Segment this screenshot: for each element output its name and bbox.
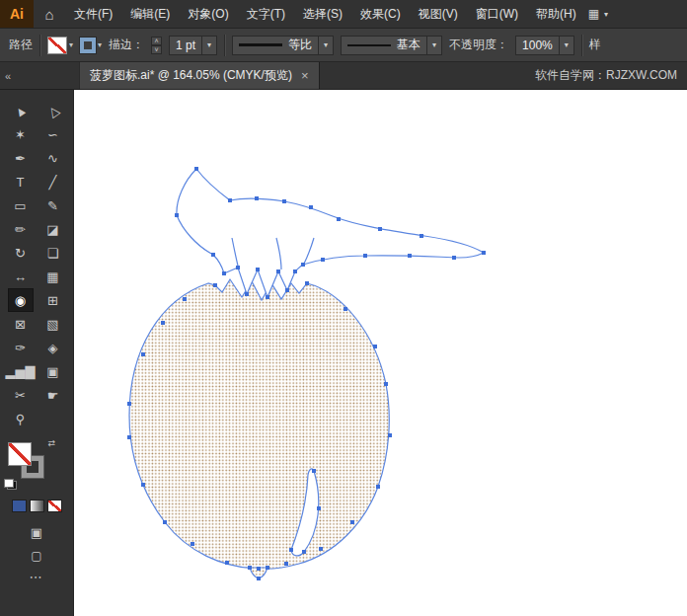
stroke-weight-stepper[interactable]: ˄ ˅ (151, 37, 162, 54)
width-profile-value[interactable]: 等比 (282, 37, 318, 53)
style-label-partial: 样 (589, 37, 601, 53)
free-transform-tool[interactable]: ▦ (40, 265, 66, 288)
menu-item-5[interactable]: 选择(S) (294, 0, 351, 28)
hand-tool[interactable]: ☛ (40, 383, 66, 407)
eraser-tool[interactable]: ◪ (40, 217, 66, 241)
brush-preview (347, 44, 391, 46)
chevron-down-icon[interactable]: ▾ (426, 37, 441, 54)
menu-bar: Ai ⌂ 文件(F)编辑(E)对象(O)文字(T)选择(S)效果(C)视图(V)… (0, 0, 687, 29)
mesh-tool[interactable]: ⊠ (8, 312, 34, 336)
zoom-tool-icon: ⚲ (16, 412, 26, 426)
opacity-value[interactable]: 100% (516, 38, 559, 52)
selection-tool-icon: ▲ (11, 101, 30, 120)
stepper-up-icon[interactable]: ˄ (151, 37, 162, 45)
menu-item-6[interactable]: 效果(C) (351, 0, 410, 28)
fill-none-swatch[interactable] (47, 37, 67, 54)
curvature-tool[interactable]: ∿ (40, 146, 66, 170)
paintbrush-tool[interactable]: ✎ (40, 193, 66, 217)
artwork[interactable] (74, 90, 686, 616)
lasso-tool-icon: ∽ (47, 127, 58, 142)
column-graph-tool[interactable]: ▂▅▇ (8, 359, 34, 383)
chevron-down-icon[interactable]: ▾ (69, 40, 73, 49)
magic-wand-tool[interactable]: ✶ (8, 122, 34, 146)
brush-definition-value[interactable]: 基本 (391, 37, 426, 53)
menu-item-2[interactable]: 编辑(E) (121, 0, 179, 28)
gradient-tool[interactable]: ▧ (40, 312, 66, 336)
default-fill-stroke-icon[interactable] (4, 479, 17, 490)
pencil-tool[interactable]: ✏ (8, 217, 34, 241)
panel-collapse-icon[interactable]: « (0, 62, 80, 89)
chevron-down-icon[interactable]: ▾ (201, 37, 216, 54)
close-icon[interactable]: × (301, 68, 309, 83)
blend-tool[interactable]: ◈ (40, 336, 66, 359)
eyedropper-tool-icon: ✑ (15, 341, 26, 355)
shape-builder-tool-icon: ◉ (15, 293, 26, 308)
more-tools-icon[interactable]: ⋯ (30, 570, 44, 584)
chevron-down-icon[interactable]: ▾ (559, 37, 573, 54)
document-tab[interactable]: 菠萝图标.ai* @ 164.05% (CMYK/预览) × (80, 62, 320, 89)
stroke-weight-label: 描边： (109, 37, 144, 53)
shape-builder-tool[interactable]: ◉ (8, 288, 34, 312)
app-logo[interactable]: Ai (0, 0, 34, 28)
pineapple-leaves[interactable] (177, 169, 484, 297)
width-tool-icon: ↔ (14, 270, 27, 284)
color-button[interactable] (12, 500, 27, 512)
zoom-tool[interactable]: ⚲ (8, 407, 34, 430)
chevron-down-icon[interactable]: ▾ (98, 40, 102, 49)
canvas[interactable] (74, 90, 687, 616)
stroke-color-swatch[interactable] (80, 38, 96, 53)
scale-tool[interactable]: ❏ (40, 241, 66, 265)
menu-item-9[interactable]: 帮助(H) (527, 0, 585, 28)
pineapple-body[interactable] (129, 279, 389, 578)
line-segment-tool[interactable]: ╱ (40, 170, 66, 193)
swap-fill-stroke-icon[interactable]: ⇄ (47, 438, 55, 448)
document-tab-bar: « 菠萝图标.ai* @ 164.05% (CMYK/预览) × 软件自学网：R… (0, 62, 687, 90)
lasso-tool[interactable]: ∽ (40, 122, 66, 146)
menu-item-4[interactable]: 文字(T) (238, 0, 294, 28)
divider (581, 35, 582, 56)
workspace-switcher[interactable]: ▦ ▾ (588, 7, 608, 21)
free-transform-tool-icon: ▦ (46, 270, 58, 284)
selection-tool[interactable]: ▲ (8, 99, 34, 122)
menu-item-7[interactable]: 视图(V) (410, 0, 467, 28)
brush-definition-combo[interactable]: 基本 ▾ (341, 36, 442, 55)
opacity-combo[interactable]: 100% ▾ (515, 36, 574, 55)
rotate-tool-icon: ↻ (15, 246, 26, 261)
menu-item-1[interactable]: 文件(F) (65, 0, 121, 28)
opacity-label: 不透明度： (449, 37, 508, 53)
direct-selection-tool[interactable]: △ (40, 99, 66, 122)
width-tool[interactable]: ↔ (8, 265, 34, 288)
gradient-tool-icon: ▧ (46, 317, 58, 332)
menu-list: 文件(F)编辑(E)对象(O)文字(T)选择(S)效果(C)视图(V)窗口(W)… (65, 0, 585, 28)
stepper-down-icon[interactable]: ˅ (151, 45, 162, 54)
stroke-weight-combo[interactable]: 1 pt ▾ (169, 36, 217, 55)
stroke-control[interactable]: ▾ (80, 38, 102, 53)
artboard-tool-icon: ▣ (46, 364, 58, 379)
none-button[interactable] (47, 500, 62, 512)
fill-control[interactable]: ▾ (47, 37, 73, 54)
slice-tool[interactable]: ✂ (8, 383, 34, 407)
rectangle-tool-icon: ▭ (14, 198, 26, 213)
gradient-button[interactable] (30, 500, 44, 512)
screen-mode-button[interactable]: ▢ (31, 549, 41, 563)
artboard-tool[interactable]: ▣ (40, 359, 66, 383)
fill-proxy-swatch[interactable] (8, 442, 32, 466)
pen-tool-icon: ✒ (15, 151, 26, 166)
type-tool[interactable]: T (8, 170, 34, 193)
rotate-tool[interactable]: ↻ (8, 241, 34, 265)
perspective-grid-tool[interactable]: ⊞ (40, 288, 66, 312)
home-icon[interactable]: ⌂ (34, 6, 65, 23)
drawing-mode-button[interactable]: ▣ (31, 525, 42, 540)
document-tab-title: 菠萝图标.ai* @ 164.05% (CMYK/预览) (90, 67, 292, 84)
workspace-grid-icon: ▦ (588, 7, 599, 21)
rectangle-tool[interactable]: ▭ (8, 193, 34, 217)
chevron-down-icon: ▾ (604, 10, 608, 19)
paintbrush-tool-icon: ✎ (47, 198, 58, 213)
pen-tool[interactable]: ✒ (8, 146, 34, 170)
menu-item-8[interactable]: 窗口(W) (467, 0, 527, 28)
eyedropper-tool[interactable]: ✑ (8, 336, 34, 359)
width-profile-combo[interactable]: 等比 ▾ (232, 36, 334, 55)
stroke-weight-value[interactable]: 1 pt (170, 38, 201, 52)
chevron-down-icon[interactable]: ▾ (318, 37, 333, 54)
menu-item-3[interactable]: 对象(O) (179, 0, 237, 28)
